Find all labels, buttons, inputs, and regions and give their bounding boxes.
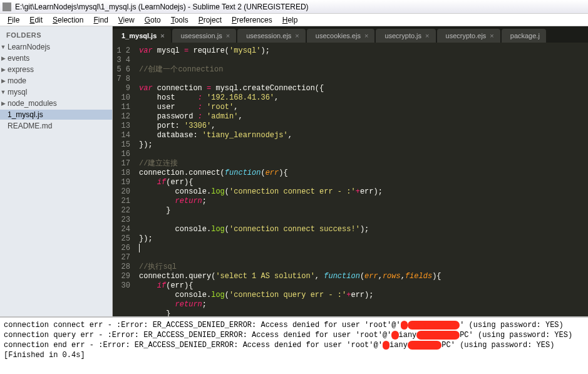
code-line[interactable]: return; (139, 197, 588, 206)
tab-package-j[interactable]: package.j (502, 29, 546, 43)
tree-item-mysql[interactable]: mysql (0, 87, 112, 97)
close-icon[interactable]: × (160, 32, 164, 39)
code-line[interactable]: var connection = mysql.createConnection(… (139, 84, 588, 93)
code-line[interactable]: if(err){ (139, 281, 588, 291)
tree-item-events[interactable]: events (0, 53, 112, 63)
line-gutter: 1 2 3 4 5 6 7 8 9 10 11 12 13 14 15 16 1… (113, 43, 137, 316)
tree-label: node_modules (8, 99, 57, 108)
code-line[interactable]: } (139, 309, 588, 316)
tab-usecrypto-ejs[interactable]: usecrypto.ejs× (437, 29, 500, 43)
folder-tree: LearnNodejseventsexpressmodemysqlnode_mo… (0, 41, 112, 132)
menu-selection[interactable]: Selection (48, 14, 88, 26)
code-line[interactable]: if(err){ (139, 178, 588, 187)
tab-usesession-js[interactable]: usesession.js× (172, 29, 236, 43)
menu-preferences[interactable]: Preferences (227, 14, 277, 26)
code-line[interactable] (139, 75, 588, 84)
tree-arrow-icon[interactable] (0, 44, 6, 50)
window-title: E:\git\LearnNodejs\mysql\1_mysql.js (Lea… (15, 3, 309, 11)
tab-label: usecookies.ejs (316, 32, 361, 39)
code-line[interactable]: //建立连接 (139, 159, 588, 169)
menu-find[interactable]: Find (88, 14, 113, 26)
code-line[interactable]: console.log('connection query err - :'+e… (139, 291, 588, 300)
tree-item-mode[interactable]: mode (0, 76, 112, 86)
sidebar-heading: FOLDERS (0, 30, 112, 41)
tab-usesession-ejs[interactable]: usesession.ejs× (237, 29, 306, 43)
tree-arrow-icon[interactable] (0, 55, 6, 61)
code-line[interactable]: //执行sql (139, 262, 588, 272)
console-line: connection end err - :Error: ER_ACCESS_D… (4, 340, 584, 350)
console-finished: [Finished in 0.4s] (4, 350, 584, 360)
tree-label: express (8, 65, 34, 74)
console-line: connection query err - :Error: ER_ACCESS… (4, 330, 584, 340)
tab-label: usesession.js (181, 32, 222, 39)
close-icon[interactable]: × (364, 32, 368, 39)
code-line[interactable]: var mysql = require('mysql'); (139, 46, 588, 56)
menu-view[interactable]: View (113, 14, 140, 26)
code-line[interactable] (139, 244, 588, 253)
console-line: connection connect err - :Error: ER_ACCE… (4, 320, 584, 330)
tab-label: usesession.ejs (246, 32, 291, 39)
tree-label: 1_mysql.js (8, 110, 43, 119)
close-icon[interactable]: × (295, 32, 299, 39)
code-line[interactable] (139, 56, 588, 65)
code-line[interactable]: host : '192.168.41.36', (139, 93, 588, 103)
code-line[interactable]: console.log('connection connect success!… (139, 225, 588, 234)
menu-edit[interactable]: Edit (24, 14, 48, 26)
code-line[interactable] (139, 150, 588, 159)
code-line[interactable]: }); (139, 140, 588, 150)
code-line[interactable]: return; (139, 300, 588, 309)
code-line[interactable] (139, 253, 588, 262)
code-line[interactable] (139, 216, 588, 225)
tab-bar: 1_mysql.js×usesession.js×usesession.ejs×… (113, 26, 588, 43)
code-line[interactable]: user : 'root', (139, 103, 588, 112)
tree-label: mode (8, 76, 26, 85)
menubar: FileEditSelectionFindViewGotoToolsProjec… (0, 14, 588, 26)
tree-item-readme-md[interactable]: README.md (0, 121, 112, 131)
tree-arrow-icon[interactable] (0, 89, 6, 95)
menu-project[interactable]: Project (193, 14, 227, 26)
code-line[interactable]: database: 'tiany_learnnodejs', (139, 131, 588, 140)
tree-item-learnnodejs[interactable]: LearnNodejs (0, 42, 112, 52)
text-cursor (139, 244, 140, 252)
menu-goto[interactable]: Goto (140, 14, 166, 26)
editor-column: 1_mysql.js×usesession.js×usesession.ejs×… (113, 26, 588, 316)
app-icon (3, 3, 11, 11)
tab-label: 1_mysql.js (121, 32, 157, 39)
menu-help[interactable]: Help (277, 14, 303, 26)
tab-1_mysql-js[interactable]: 1_mysql.js× (113, 29, 171, 43)
menu-file[interactable]: File (3, 14, 24, 26)
tree-arrow-icon[interactable] (0, 66, 6, 73)
sidebar: FOLDERS LearnNodejseventsexpressmodemysq… (0, 26, 113, 316)
menu-tools[interactable]: Tools (166, 14, 193, 26)
code-line[interactable]: //创建一个connection (139, 65, 588, 75)
tree-item-express[interactable]: express (0, 65, 112, 75)
tab-label: usecrypto.ejs (446, 32, 487, 39)
code-line[interactable]: }); (139, 234, 588, 244)
tree-label: README.md (8, 122, 52, 130)
code-line[interactable]: console.log('connection connect err - :'… (139, 187, 588, 197)
tab-label: usecrypto.js (384, 32, 421, 39)
tab-label: package.j (510, 32, 540, 39)
main-area: FOLDERS LearnNodejseventsexpressmodemysq… (0, 26, 588, 316)
code-line[interactable]: port: '3306', (139, 122, 588, 131)
tree-item-1_mysql-js[interactable]: 1_mysql.js (0, 110, 112, 120)
code-line[interactable]: password : 'admin', (139, 112, 588, 122)
tree-label: mysql (8, 88, 27, 96)
code-line[interactable]: } (139, 206, 588, 216)
tab-usecookies-ejs[interactable]: usecookies.ejs× (307, 29, 375, 43)
close-icon[interactable]: × (226, 32, 230, 39)
output-console: connection connect err - :Error: ER_ACCE… (0, 316, 588, 374)
tree-arrow-icon[interactable] (0, 78, 6, 84)
code-line[interactable]: connection.connect(function(err){ (139, 169, 588, 178)
code-text[interactable]: var mysql = require('mysql'); //创建一个conn… (137, 43, 588, 316)
tab-usecrypto-js[interactable]: usecrypto.js× (376, 29, 435, 43)
code-line[interactable]: connection.query('select 1 AS solution',… (139, 272, 588, 281)
titlebar: E:\git\LearnNodejs\mysql\1_mysql.js (Lea… (0, 0, 588, 14)
close-icon[interactable]: × (425, 32, 429, 39)
tree-item-node_modules[interactable]: node_modules (0, 98, 112, 108)
close-icon[interactable]: × (490, 32, 493, 39)
code-editor[interactable]: 1 2 3 4 5 6 7 8 9 10 11 12 13 14 15 16 1… (113, 43, 588, 316)
tree-label: events (8, 54, 29, 63)
tree-arrow-icon[interactable] (0, 100, 6, 106)
tree-label: LearnNodejs (8, 43, 50, 51)
